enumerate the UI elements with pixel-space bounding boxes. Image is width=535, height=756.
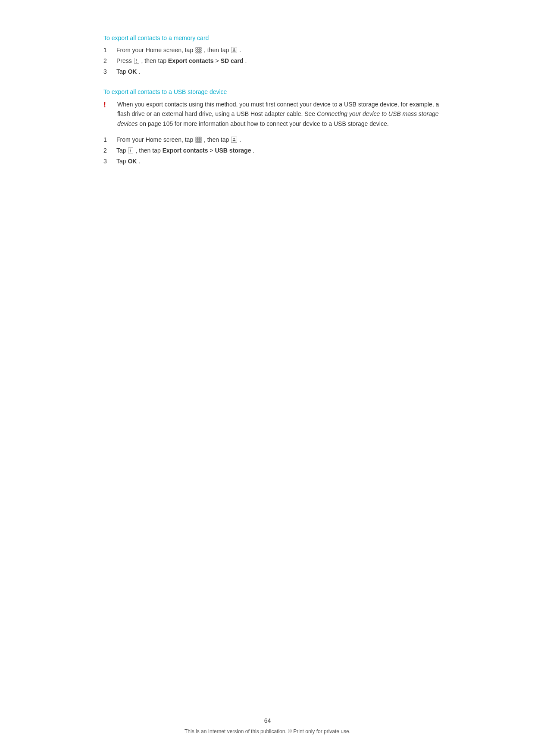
step-text: From your Home screen, tap <box>116 47 195 53</box>
step-content: From your Home screen, tap , then tap <box>116 46 457 55</box>
step-text: Press <box>116 57 134 64</box>
step-text: From your Home screen, tap <box>116 136 195 143</box>
svg-point-9 <box>233 48 235 50</box>
step-content: From your Home screen, tap , then tap <box>116 135 457 144</box>
svg-rect-21 <box>200 141 201 143</box>
svg-rect-13 <box>196 137 197 139</box>
person-icon <box>231 47 237 53</box>
step-number: 3 <box>103 67 116 76</box>
step-text: . <box>253 147 254 154</box>
svg-rect-15 <box>200 137 201 139</box>
section1-block: To export all contacts to a memory card … <box>78 34 457 76</box>
section1-step3: 3 Tap OK . <box>103 67 457 76</box>
step-number: 1 <box>103 135 116 144</box>
page-container: To export all contacts to a memory card … <box>0 0 535 756</box>
apps-icon <box>195 137 202 143</box>
step-text: > <box>210 147 215 154</box>
svg-rect-1 <box>198 47 200 49</box>
step-text: , then tap <box>141 57 168 64</box>
svg-point-10 <box>136 59 137 60</box>
step-number: 2 <box>103 146 116 155</box>
step-bold: SD card <box>221 57 244 64</box>
section1-step1: 1 From your Home screen, tap <box>103 46 457 55</box>
italic-link: Connecting your device to USB mass stora… <box>117 110 439 127</box>
svg-rect-5 <box>200 50 201 51</box>
section2-step3: 3 Tap OK . <box>103 157 457 166</box>
step-number: 1 <box>103 46 116 55</box>
svg-rect-18 <box>200 139 201 141</box>
menu-icon <box>128 147 133 153</box>
step-text: , then tap <box>204 47 231 53</box>
step-bold: USB storage <box>215 147 251 154</box>
section2-steps: 1 From your Home screen, tap , <box>103 135 457 166</box>
step-text: > <box>216 57 221 64</box>
section1-step2: 2 Press , then tap Export contacts > SD … <box>103 56 457 66</box>
svg-point-22 <box>233 138 235 140</box>
section2-title: To export all contacts to a USB storage … <box>103 88 457 95</box>
step-bold: OK <box>128 158 137 165</box>
step-number: 2 <box>103 56 116 66</box>
step-text: Tap <box>116 68 128 75</box>
section2-step1: 1 From your Home screen, tap , <box>103 135 457 144</box>
step-text: . <box>239 47 241 53</box>
step-bold: Export contacts <box>168 57 214 64</box>
note-text: When you export contacts using this meth… <box>117 100 444 128</box>
step-text: . <box>138 158 140 165</box>
step-bold: Export contacts <box>163 147 208 154</box>
svg-point-25 <box>130 152 131 153</box>
section2-step2: 2 Tap , then tap Export contacts > USB s… <box>103 146 457 155</box>
step-content: Tap OK . <box>116 67 457 76</box>
step-text: , then tap <box>135 147 162 154</box>
step-content: Tap OK . <box>116 157 457 166</box>
svg-point-11 <box>136 60 137 61</box>
svg-rect-16 <box>196 139 197 141</box>
step-text: . <box>138 68 140 75</box>
step-text: . <box>239 136 241 143</box>
svg-rect-20 <box>198 141 200 143</box>
svg-rect-3 <box>196 50 197 51</box>
step-number: 3 <box>103 157 116 166</box>
step-text: Tap <box>116 158 128 165</box>
svg-rect-14 <box>198 137 200 139</box>
svg-rect-0 <box>196 47 197 49</box>
person-icon <box>231 137 237 143</box>
svg-rect-19 <box>196 141 197 143</box>
page-footer: 64 This is an Internet version of this p… <box>0 717 535 734</box>
step-bold: OK <box>128 68 137 75</box>
step-text: Tap <box>116 147 128 154</box>
svg-rect-8 <box>200 52 201 53</box>
step-content: Press , then tap Export contacts > SD ca… <box>116 56 457 66</box>
section2-block: To export all contacts to a USB storage … <box>78 88 457 166</box>
step-text: , then tap <box>204 136 231 143</box>
section1-steps: 1 From your Home screen, tap <box>103 46 457 76</box>
svg-rect-7 <box>198 52 200 53</box>
menu-icon <box>134 58 139 64</box>
svg-rect-2 <box>200 47 201 49</box>
svg-rect-4 <box>198 50 200 51</box>
svg-rect-6 <box>196 52 197 53</box>
step-text: . <box>245 57 247 64</box>
page-number: 64 <box>0 717 535 724</box>
warning-icon: ! <box>103 100 114 128</box>
note-block: ! When you export contacts using this me… <box>103 100 444 128</box>
step-content: Tap , then tap Export contacts > USB sto… <box>116 146 457 155</box>
section1-title: To export all contacts to a memory card <box>103 34 457 41</box>
apps-icon <box>195 47 202 53</box>
svg-point-24 <box>130 150 131 151</box>
svg-point-23 <box>130 149 131 150</box>
footer-note: This is an Internet version of this publ… <box>185 728 350 734</box>
svg-point-12 <box>136 62 137 63</box>
svg-rect-17 <box>198 139 200 141</box>
